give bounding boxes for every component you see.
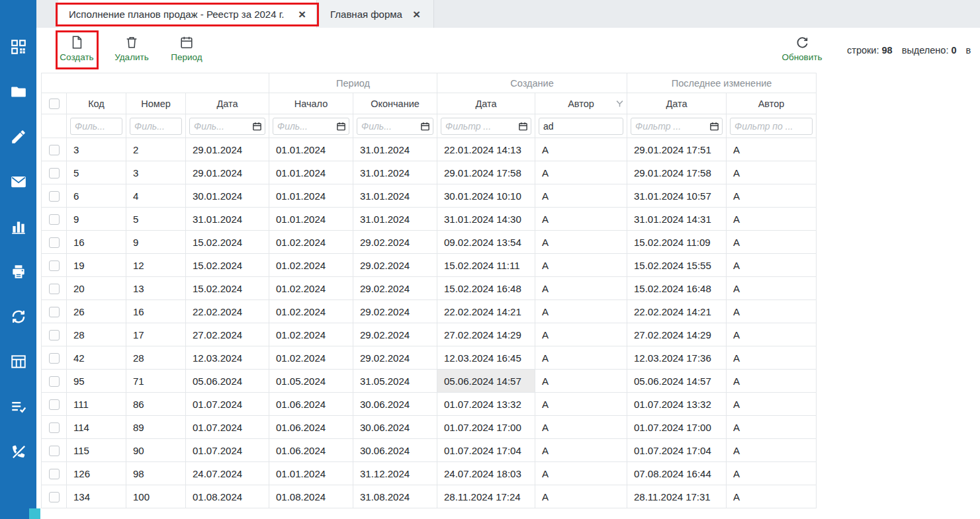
calendar-icon[interactable] <box>420 121 430 131</box>
table-row[interactable]: 261622.02.202401.02.202429.02.202422.02.… <box>42 300 817 323</box>
delete-button[interactable]: Удалить <box>111 30 153 69</box>
cell[interactable]: A <box>727 370 817 393</box>
table-grid-icon[interactable] <box>10 353 27 370</box>
cell[interactable]: 01.01.2024 <box>269 184 353 208</box>
row-checkbox[interactable] <box>49 237 60 248</box>
calendar-icon[interactable] <box>518 121 528 131</box>
cell[interactable]: 20 <box>67 277 126 300</box>
cell[interactable]: 01.02.2024 <box>269 231 353 254</box>
cell[interactable]: 01.07.2024 17:00 <box>627 416 727 439</box>
cell[interactable]: 26 <box>67 300 126 323</box>
cell[interactable]: 2 <box>126 138 186 161</box>
cell[interactable]: 01.07.2024 <box>186 393 269 416</box>
cell[interactable]: 01.01.2024 <box>269 208 353 231</box>
cell[interactable]: A <box>727 231 817 254</box>
cell[interactable]: 28 <box>126 346 186 370</box>
table-row[interactable]: 1148901.07.202401.06.202430.06.202401.07… <box>42 416 817 439</box>
cell[interactable]: 114 <box>67 416 126 439</box>
table-row[interactable]: 201315.02.202401.02.202429.02.202415.02.… <box>42 277 817 300</box>
row-checkbox[interactable] <box>49 376 60 387</box>
cell[interactable]: 115 <box>67 439 126 462</box>
table-row[interactable]: 281727.02.202401.02.202429.02.202427.02.… <box>42 323 817 346</box>
create-button[interactable]: Создать <box>56 30 98 69</box>
checklist-icon[interactable] <box>10 398 27 415</box>
row-checkbox[interactable] <box>49 191 60 202</box>
cell[interactable]: 28.11.2024 17:24 <box>437 485 535 508</box>
cell[interactable]: 12.03.2024 <box>186 346 269 370</box>
row-checkbox[interactable] <box>49 260 60 271</box>
cell[interactable]: 95 <box>67 370 126 393</box>
row-checkbox[interactable] <box>49 399 60 410</box>
cell[interactable]: A <box>535 300 627 323</box>
cell[interactable]: 01.07.2024 13:32 <box>627 393 727 416</box>
cell[interactable]: 05.06.2024 14:57 <box>627 370 727 393</box>
cell[interactable]: 15.02.2024 11:09 <box>627 231 727 254</box>
cell[interactable]: 16 <box>67 231 126 254</box>
cell[interactable]: 126 <box>67 462 126 485</box>
cell[interactable]: 31.05.2024 <box>353 370 437 393</box>
cell[interactable]: 30.06.2024 <box>353 439 437 462</box>
cell[interactable]: A <box>535 323 627 346</box>
cell[interactable]: A <box>727 462 817 485</box>
cell[interactable]: 15.02.2024 11:11 <box>437 254 535 277</box>
table-row[interactable]: 1159001.07.202401.06.202430.06.202401.07… <box>42 439 817 462</box>
cell[interactable]: 111 <box>67 393 126 416</box>
cell[interactable]: 9 <box>67 208 126 231</box>
cell[interactable]: 01.01.2024 <box>269 462 353 485</box>
column-header-end[interactable]: Окончание <box>353 93 437 114</box>
cell[interactable]: 15.02.2024 <box>186 254 269 277</box>
phone-off-icon[interactable] <box>10 443 27 460</box>
cell[interactable]: 17 <box>126 323 186 346</box>
column-header-date[interactable]: Дата <box>186 93 269 114</box>
cell[interactable]: 01.05.2024 <box>269 370 353 393</box>
cell[interactable]: 15.02.2024 16:48 <box>437 277 535 300</box>
cell[interactable]: 01.02.2024 <box>269 254 353 277</box>
table-row[interactable]: 9531.01.202401.01.202431.01.202431.01.20… <box>42 208 817 231</box>
cell[interactable]: 22.02.2024 14:21 <box>437 300 535 323</box>
cell[interactable]: 71 <box>126 370 186 393</box>
cell[interactable]: 01.07.2024 17:00 <box>437 416 535 439</box>
column-header-creation-date[interactable]: Дата <box>437 93 535 114</box>
cell[interactable]: A <box>727 300 817 323</box>
filter-code-input[interactable] <box>70 118 122 135</box>
table-row[interactable]: 16915.02.202401.02.202429.02.202409.02.2… <box>42 231 817 254</box>
column-header-code[interactable]: Код <box>67 93 126 114</box>
filter-applied-icon[interactable] <box>616 100 623 107</box>
column-header-change-date[interactable]: Дата <box>627 93 727 114</box>
cell[interactable]: 01.07.2024 17:04 <box>627 439 727 462</box>
cell[interactable]: 22.02.2024 14:21 <box>627 300 727 323</box>
pencil-icon[interactable] <box>10 128 27 145</box>
cell[interactable]: A <box>535 439 627 462</box>
cell[interactable]: 86 <box>126 393 186 416</box>
row-checkbox[interactable] <box>49 353 60 364</box>
cell[interactable]: 01.08.2024 <box>186 485 269 508</box>
cell[interactable]: 31.08.2024 <box>353 485 437 508</box>
filter-number-input[interactable] <box>130 118 182 135</box>
row-checkbox[interactable] <box>49 145 60 155</box>
cell[interactable]: 5 <box>126 208 186 231</box>
table-row[interactable]: 191215.02.202401.02.202429.02.202415.02.… <box>42 254 817 277</box>
cell[interactable]: A <box>535 346 627 370</box>
cell[interactable]: 31.12.2024 <box>353 462 437 485</box>
cell[interactable]: A <box>727 254 817 277</box>
cell[interactable]: 01.02.2024 <box>269 277 353 300</box>
cell[interactable]: 29.02.2024 <box>353 254 437 277</box>
cell[interactable]: 12.03.2024 16:45 <box>437 346 535 370</box>
mail-icon[interactable] <box>10 173 27 190</box>
table-row[interactable]: 1269824.07.202401.01.202431.12.202424.07… <box>42 462 817 485</box>
column-header-creation-author[interactable]: Автор <box>535 93 627 114</box>
cell[interactable]: 01.02.2024 <box>269 300 353 323</box>
cell[interactable]: 98 <box>126 462 186 485</box>
cell[interactable]: A <box>727 323 817 346</box>
cell[interactable]: 29.01.2024 17:58 <box>627 161 727 184</box>
cell[interactable]: A <box>727 277 817 300</box>
cell[interactable]: 31.01.2024 14:31 <box>627 208 727 231</box>
cell[interactable]: 15.02.2024 <box>186 231 269 254</box>
close-icon[interactable]: × <box>413 8 420 20</box>
row-checkbox[interactable] <box>49 492 60 502</box>
calendar-icon[interactable] <box>252 121 262 131</box>
cell[interactable]: 31.01.2024 <box>353 161 437 184</box>
cell[interactable]: 31.01.2024 <box>186 208 269 231</box>
filter-change-author-input[interactable] <box>730 118 813 135</box>
cell[interactable]: 01.08.2024 <box>269 485 353 508</box>
